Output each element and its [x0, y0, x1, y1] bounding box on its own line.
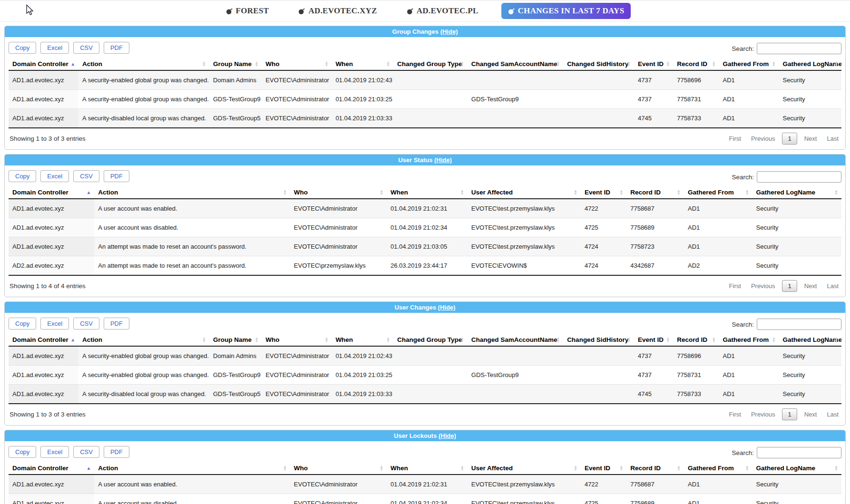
column-header-changed-sidhistory[interactable]: Changed SidHistory▲▼	[563, 334, 634, 346]
column-header-record-id[interactable]: Record ID▲▼	[626, 462, 684, 475]
column-header-user-affected[interactable]: User Affected▲▼	[468, 462, 581, 475]
pdf-button[interactable]: PDF	[104, 446, 129, 458]
column-header-when[interactable]: When▲▼	[332, 334, 393, 346]
tab-forest[interactable]: FOREST	[219, 3, 276, 19]
csv-button[interactable]: CSV	[73, 42, 99, 54]
pagination-first[interactable]: First	[726, 281, 744, 291]
pagination-next[interactable]: Next	[801, 133, 820, 144]
search-input[interactable]	[757, 319, 841, 330]
csv-button[interactable]: CSV	[73, 318, 99, 330]
search-input[interactable]	[757, 447, 841, 458]
excel-button[interactable]: Excel	[40, 170, 69, 182]
pagination-last[interactable]: Last	[824, 281, 841, 291]
column-header-record-id[interactable]: Record ID▲▼	[673, 334, 719, 346]
search-input[interactable]	[757, 171, 841, 183]
copy-button[interactable]: Copy	[9, 42, 36, 54]
table-cell: 4737	[634, 346, 673, 366]
tab-ad-evotec-xyz[interactable]: AD.EVOTEC.XYZ	[292, 3, 383, 19]
column-header-action[interactable]: Action▲▼	[94, 186, 290, 199]
pagination-last[interactable]: Last	[824, 409, 841, 420]
column-header-changed-sidhistory[interactable]: Changed SidHistory▲▼	[563, 58, 634, 70]
pagination-first[interactable]: First	[726, 409, 744, 420]
column-header-event-id[interactable]: Event ID▲▼	[634, 334, 673, 346]
pagination-previous[interactable]: Previous	[748, 281, 778, 291]
column-header-when[interactable]: When▲▼	[332, 58, 393, 70]
column-header-domain-controller[interactable]: Domain Controller▲▼	[9, 58, 78, 70]
pagination-next[interactable]: Next	[801, 281, 820, 291]
table-cell: 4737	[634, 90, 673, 109]
hide-link[interactable]: (Hide)	[434, 156, 452, 164]
column-header-changed-group-type[interactable]: Changed Group Type▲▼	[393, 334, 468, 346]
column-header-domain-controller[interactable]: Domain Controller▲▼	[9, 462, 94, 475]
hide-link[interactable]: (Hide)	[440, 28, 458, 35]
pagination-first[interactable]: First	[726, 133, 744, 144]
pdf-button[interactable]: PDF	[104, 42, 129, 54]
pdf-button[interactable]: PDF	[104, 170, 129, 182]
column-header-user-affected[interactable]: User Affected▲▼	[468, 186, 581, 199]
excel-button[interactable]: Excel	[40, 446, 69, 458]
column-header-domain-controller[interactable]: Domain Controller▲▼	[9, 186, 94, 199]
column-header-action[interactable]: Action▲▼	[94, 462, 290, 475]
tab-changes-in-last-7-days[interactable]: CHANGES IN LAST 7 DAYS	[501, 3, 631, 19]
sort-arrows-icon: ▲▼	[460, 190, 464, 195]
column-header-gathered-from[interactable]: Gathered From▲▼	[719, 58, 779, 70]
excel-button[interactable]: Excel	[40, 42, 69, 54]
pagination-last[interactable]: Last	[824, 133, 841, 144]
column-label: Record ID	[677, 60, 707, 68]
column-header-group-name[interactable]: Group Name▲▼	[209, 334, 262, 346]
column-header-changed-samaccountname[interactable]: Changed SamAccountName▲▼	[468, 58, 563, 70]
search-input[interactable]	[757, 43, 841, 54]
pdf-button[interactable]: PDF	[104, 318, 129, 330]
table-toolbar: CopyExcelCSVPDF Search:	[9, 316, 841, 334]
column-header-event-id[interactable]: Event ID▲▼	[581, 462, 626, 475]
table-cell: AD1	[684, 494, 752, 504]
column-header-gathered-logname[interactable]: Gathered LogName▲▼	[779, 58, 841, 70]
column-header-changed-samaccountname[interactable]: Changed SamAccountName▲▼	[468, 334, 563, 346]
hide-link[interactable]: (Hide)	[438, 304, 456, 311]
column-header-gathered-logname[interactable]: Gathered LogName▲▼	[779, 334, 841, 346]
column-header-who[interactable]: Who▲▼	[290, 462, 387, 475]
sort-arrows-icon: ▲▼	[574, 465, 577, 471]
table-cell: AD1	[684, 237, 752, 256]
column-header-action[interactable]: Action▲▼	[78, 58, 209, 70]
column-header-group-name[interactable]: Group Name▲▼	[209, 58, 262, 70]
column-header-who[interactable]: Who▲▼	[262, 334, 332, 346]
pagination-page-1[interactable]: 1	[782, 133, 797, 145]
table-cell: EVOTEC\Administrator	[262, 366, 332, 385]
pagination-page-1[interactable]: 1	[782, 280, 797, 292]
column-header-gathered-logname[interactable]: Gathered LogName▲▼	[752, 462, 841, 475]
pagination-next[interactable]: Next	[801, 409, 820, 420]
table-cell: Domain Admins	[209, 70, 262, 90]
column-header-when[interactable]: When▲▼	[387, 462, 468, 475]
column-header-domain-controller[interactable]: Domain Controller▲▼	[9, 334, 78, 346]
pagination-previous[interactable]: Previous	[748, 409, 778, 420]
search-box: Search:	[732, 446, 841, 458]
copy-button[interactable]: Copy	[9, 170, 36, 182]
column-header-who[interactable]: Who▲▼	[290, 186, 387, 199]
table-cell: 01.04.2019 21:02:43	[332, 346, 393, 366]
column-header-when[interactable]: When▲▼	[387, 186, 468, 199]
tab-ad-evotec-pl[interactable]: AD.EVOTEC.PL	[400, 3, 485, 19]
column-header-who[interactable]: Who▲▼	[262, 58, 332, 70]
column-header-event-id[interactable]: Event ID▲▼	[634, 58, 673, 70]
column-header-event-id[interactable]: Event ID▲▼	[581, 186, 626, 199]
hide-link[interactable]: (Hide)	[439, 432, 456, 439]
column-header-gathered-logname[interactable]: Gathered LogName▲▼	[752, 186, 841, 199]
table-cell	[563, 366, 634, 385]
csv-button[interactable]: CSV	[73, 170, 99, 182]
column-header-gathered-from[interactable]: Gathered From▲▼	[719, 334, 779, 346]
column-header-changed-group-type[interactable]: Changed Group Type▲▼	[393, 58, 468, 70]
pagination-page-1[interactable]: 1	[782, 408, 797, 420]
csv-button[interactable]: CSV	[73, 446, 99, 458]
excel-button[interactable]: Excel	[40, 318, 69, 330]
column-header-action[interactable]: Action▲▼	[78, 334, 209, 346]
pagination-previous[interactable]: Previous	[748, 133, 778, 144]
column-header-gathered-from[interactable]: Gathered From▲▼	[684, 186, 752, 199]
table-cell: EVOTEC\Administrator	[262, 70, 332, 90]
column-header-record-id[interactable]: Record ID▲▼	[673, 58, 719, 70]
sort-arrows-icon: ▲▼	[627, 61, 631, 67]
column-header-record-id[interactable]: Record ID▲▼	[626, 186, 684, 199]
column-header-gathered-from[interactable]: Gathered From▲▼	[684, 462, 752, 475]
copy-button[interactable]: Copy	[9, 318, 36, 330]
copy-button[interactable]: Copy	[9, 446, 36, 458]
